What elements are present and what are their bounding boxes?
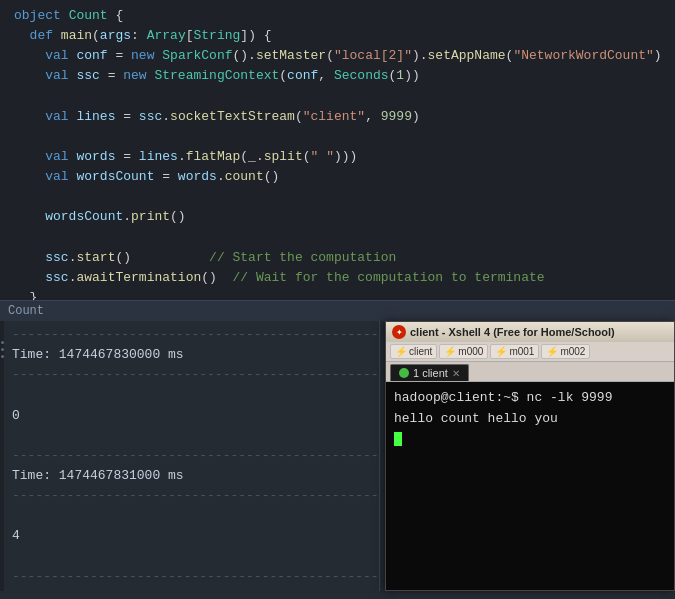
code-token: lines [76,109,115,124]
code-line-text: def main(args: Array[String]) { [14,26,272,46]
xshell-toolbar-client-label: client [409,346,432,357]
code-token: setMaster [256,48,326,63]
code-token: // Start the computation [209,250,396,265]
code-token: () [201,270,232,285]
output-panel: ----------------------------------------… [0,321,380,591]
code-token: [ [186,28,194,43]
code-token: // Wait for the computation to terminate [232,270,544,285]
code-token [14,68,45,83]
code-token: print [131,209,170,224]
xshell-session-tab[interactable]: 1 client ✕ [390,364,469,381]
code-line-text: ssc.start() // Start the computation [14,248,396,268]
code-line [14,87,675,107]
code-token: { [108,8,124,23]
code-token: object [14,8,61,23]
code-token: . [178,149,186,164]
code-token: ). [412,48,428,63]
code-token: new [123,68,146,83]
code-line-text: val lines = ssc.socketTextStream("client… [14,107,420,127]
code-token: val [45,169,68,184]
code-token: , [318,68,334,83]
code-token: socketTextStream [170,109,295,124]
terminal-area: Count ----------------------------------… [0,300,675,599]
code-line: def main(args: Array[String]) { [14,26,675,46]
xshell-session-tab-label: 1 client [413,367,448,379]
tab-close-icon[interactable]: ✕ [452,368,460,379]
output-line: Time: 1474467830000 ms [12,345,371,365]
code-token: val [45,149,68,164]
output-line [12,426,371,446]
code-token: ( [303,149,311,164]
code-token: ssc [45,250,68,265]
terminal-prompt-line: hadoop@client:~$ nc -lk 9999 [394,388,666,409]
code-line-text [14,87,22,107]
xshell-toolbar-client-btn[interactable]: ⚡ client [390,344,437,359]
code-token: StreamingContext [154,68,279,83]
code-token: new [131,48,154,63]
code-token: "client" [303,109,365,124]
xshell-toolbar-m001-btn[interactable]: ⚡ m001 [490,344,539,359]
code-token: setAppName [428,48,506,63]
code-token: wordsCount [45,209,123,224]
scroll-dot [1,341,4,344]
xshell-window[interactable]: ✦ client - Xshell 4 (Free for Home/Schoo… [385,321,675,591]
code-token: ) [654,48,662,63]
code-token: Seconds [334,68,389,83]
code-token: ( [295,109,303,124]
code-token [14,149,45,164]
code-token [14,169,45,184]
code-token: () [170,209,186,224]
code-token: ))) [334,149,357,164]
code-token: val [45,48,68,63]
xshell-toolbar-m002-btn[interactable]: ⚡ m002 [541,344,590,359]
code-line: val conf = new SparkConf().setMaster("lo… [14,46,675,66]
output-line: Time: 1474467831000 ms [12,466,371,486]
code-token: val [45,109,68,124]
code-token: count [225,169,264,184]
code-token: String [194,28,241,43]
code-line-text [14,228,22,248]
xshell-toolbar-m000-btn[interactable]: ⚡ m000 [439,344,488,359]
code-token: start [76,250,115,265]
output-line: ----------------------------------------… [12,325,371,345]
code-token: lines [139,149,178,164]
code-token: () [115,250,209,265]
code-token: words [76,149,115,164]
code-token: ssc [45,270,68,285]
code-token: 9999 [381,109,412,124]
code-token: (_. [240,149,263,164]
code-token [14,109,45,124]
code-token: : [131,28,147,43]
code-line: val wordsCount = words.count() [14,167,675,187]
code-token: Count [69,8,108,23]
xshell-terminal: hadoop@client:~$ nc -lk 9999 hello count… [386,382,674,590]
code-token: . [162,109,170,124]
code-token: = [115,149,138,164]
terminal-input-line: hello count hello you [394,409,666,430]
code-token: = [100,68,123,83]
code-line-text: } [14,288,37,300]
output-line [12,506,371,526]
code-token [14,28,30,43]
code-token [53,28,61,43]
output-line: ----------------------------------------… [12,446,371,466]
scroll-dot [1,355,4,358]
xshell-toolbar-m000-label: m000 [458,346,483,357]
code-line-text [14,187,22,207]
code-token: = [108,48,131,63]
scroll-dot [1,348,4,351]
code-token: ]) { [240,28,271,43]
code-token: ( [326,48,334,63]
code-line: ssc.awaitTermination() // Wait for the c… [14,268,675,288]
code-token [14,250,45,265]
code-token: ) [412,109,420,124]
output-line: ----------------------------------------… [12,486,371,506]
code-token: = [115,109,138,124]
code-token [14,270,45,285]
code-token: conf [287,68,318,83]
code-token: } [14,290,37,300]
code-token [14,209,45,224]
code-token: words [178,169,217,184]
code-line: val ssc = new StreamingContext(conf, Sec… [14,66,675,86]
xshell-tabs: 1 client ✕ [386,362,674,382]
